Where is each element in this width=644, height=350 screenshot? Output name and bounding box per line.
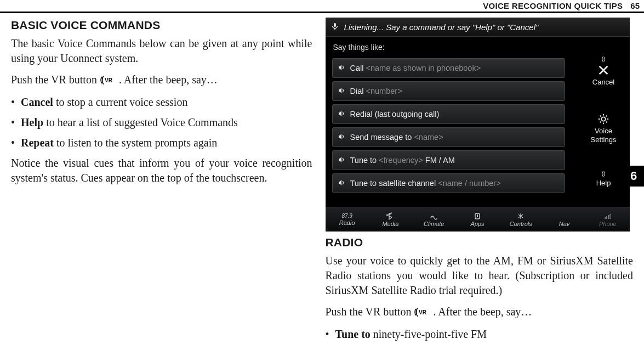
sound-icon-small: ))	[602, 56, 606, 63]
tab-label: Controls	[510, 221, 532, 227]
svg-text:VR: VR	[105, 77, 113, 83]
page-header: VOICE RECOGNITION QUICK TIPS 65	[483, 0, 644, 11]
voice-command-item-dial[interactable]: Dial <number>	[332, 81, 565, 101]
tab-media[interactable]: Media	[369, 207, 412, 232]
tab-label: Radio	[339, 219, 355, 226]
list-item: Tune to ninety-five-point-five FM	[326, 327, 634, 342]
cmd-text: Tune to	[350, 156, 379, 165]
svg-text:VR: VR	[419, 309, 427, 315]
sound-icon	[338, 87, 345, 95]
header-rule	[0, 12, 644, 13]
list-item: Help to hear a list of suggested Voice C…	[11, 115, 312, 130]
paragraph-push-vr: Push the VR button VR . After the beep, …	[11, 72, 312, 88]
sound-icon	[338, 133, 345, 142]
svg-rect-1	[334, 22, 336, 26]
say-things-like-label: Say things like:	[332, 39, 565, 55]
sound-icon	[338, 156, 345, 165]
voice-settings-button[interactable]: Voice Settings	[580, 113, 628, 144]
sound-icon	[338, 64, 345, 72]
cancel-button[interactable]: )) Cancel	[580, 56, 628, 87]
tab-label: Apps	[470, 221, 484, 227]
tab-label: Nav	[559, 221, 570, 227]
svg-rect-6	[605, 217, 606, 219]
voice-command-item-redial[interactable]: Redial (last outgoing call)	[332, 104, 565, 124]
cmd-placeholder: <number>	[366, 87, 402, 95]
cmd-placeholder: <frequency>	[379, 156, 423, 165]
svg-rect-5	[477, 214, 478, 217]
command-name: Cancel	[21, 96, 53, 108]
cancel-label: Cancel	[592, 78, 614, 87]
vr-button-icon: VR	[414, 306, 430, 320]
tab-apps[interactable]: Apps	[455, 207, 499, 232]
cmd-placeholder: <name>	[414, 133, 443, 142]
voice-side-buttons: )) Cancel Voice Settings )) Help	[578, 36, 630, 207]
command-name: Repeat	[21, 137, 54, 149]
tab-label: Phone	[599, 221, 617, 227]
tab-nav[interactable]: Nav	[543, 207, 586, 232]
command-desc: ninety-five-point-five FM	[371, 328, 487, 340]
uconnect-screenshot: Listening... Say a command or say "Help"…	[326, 18, 630, 232]
list-item: Cancel to stop a current voice session	[11, 95, 312, 110]
page-number: 65	[626, 1, 644, 10]
list-item: Tune to Satellite Channel Hits 1	[326, 347, 634, 350]
svg-rect-7	[606, 216, 607, 219]
list-item: Repeat to listen to the system prompts a…	[11, 136, 312, 150]
bottom-tab-bar: 87.9 Radio Media Climate Apps	[326, 207, 630, 232]
uconnect-icon	[473, 212, 482, 220]
cmd-text: Dial	[350, 87, 366, 95]
sound-icon-small: ))	[602, 171, 606, 177]
heading-basic-voice-commands: BASIC VOICE COMMANDS	[11, 19, 312, 32]
text-post: . After the beep, say…	[119, 74, 218, 86]
voice-command-panel: Say things like: Call <name as shown in …	[326, 36, 569, 207]
command-desc: to hear a list of suggested Voice Comman…	[43, 116, 238, 128]
svg-rect-2	[334, 28, 335, 30]
svg-rect-9	[609, 214, 611, 219]
basic-commands-list: Cancel to stop a current voice session H…	[11, 95, 312, 150]
voice-command-item-call[interactable]: Call <name as shown in phonebook>	[332, 58, 565, 78]
radio-commands-list: Tune to ninety-five-point-five FM Tune t…	[326, 327, 634, 350]
cmd-text: Send message to	[350, 133, 414, 142]
tab-radio[interactable]: 87.9 Radio	[326, 207, 369, 232]
tab-climate[interactable]: Climate	[412, 207, 455, 232]
command-desc: to listen to the system prompts again	[54, 137, 217, 149]
tab-status: 87.9	[341, 213, 352, 219]
text-post: . After the beep, say…	[433, 306, 532, 318]
svg-rect-8	[608, 215, 609, 219]
cmd-text: Redial (last outgoing call)	[350, 110, 440, 118]
voice-settings-label: Voice Settings	[591, 127, 617, 144]
tab-controls[interactable]: Controls	[499, 207, 543, 232]
gear-icon	[597, 113, 609, 125]
command-desc: to stop a current voice session	[53, 96, 188, 108]
cmd-text: Call	[350, 64, 366, 72]
vr-button-icon: VR	[100, 74, 116, 88]
voice-command-item-tune-fm[interactable]: Tune to <frequency> FM / AM	[332, 150, 565, 170]
help-button[interactable]: )) Help	[580, 171, 628, 188]
voice-command-item-tune-satellite[interactable]: Tune to satellite channel <name / number…	[332, 173, 565, 193]
sound-icon	[338, 110, 345, 118]
voice-listening-bar: Listening... Say a command or say "Help"…	[326, 18, 630, 37]
paragraph-visual-cues: Notice the visual cues that inform you o…	[11, 156, 312, 185]
tab-label: Climate	[424, 221, 444, 227]
bluetooth-icon	[386, 212, 395, 220]
right-column: Listening... Say a command or say "Help"…	[322, 16, 634, 350]
help-label: Help	[596, 179, 611, 188]
voice-command-item-send-message[interactable]: Send message to <name>	[332, 127, 565, 147]
svg-point-3	[601, 117, 605, 121]
climate-icon	[430, 212, 438, 220]
close-icon	[597, 64, 609, 76]
cmd-text: Tune to satellite channel	[350, 179, 438, 188]
command-name: Help	[21, 116, 43, 128]
microphone-icon	[331, 22, 339, 32]
paragraph-intro: The basic Voice Commands below can be gi…	[11, 36, 312, 66]
signal-icon	[603, 212, 612, 220]
tab-label: Media	[382, 221, 398, 227]
cmd-text-post: FM / AM	[423, 156, 455, 165]
cmd-placeholder: <name / number>	[438, 179, 500, 188]
text-pre: Push the VR button	[11, 74, 100, 86]
text-pre: Push the VR button	[326, 306, 414, 318]
left-column: BASIC VOICE COMMANDS The basic Voice Com…	[11, 16, 322, 350]
header-section-title: VOICE RECOGNITION QUICK TIPS	[483, 1, 626, 10]
tab-phone[interactable]: Phone	[586, 207, 629, 232]
listening-text: Listening... Say a command or say "Help"…	[344, 22, 539, 32]
sound-icon	[338, 179, 345, 188]
